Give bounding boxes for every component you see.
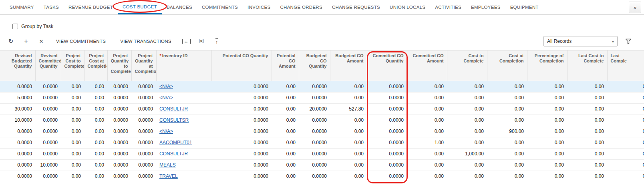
grid-header-budgeted-co-quantity[interactable]: Budgeted CO Quantity [299, 50, 330, 81]
grid-cell[interactable]: 0.00 [527, 159, 567, 171]
grid-cell[interactable]: 0.0000 [211, 126, 272, 137]
grid-cell[interactable]: 0.00 [84, 171, 107, 182]
grid-cell[interactable]: 0.0000 [107, 81, 131, 92]
grid-cell[interactable]: 0.00 [84, 148, 107, 159]
grid-cell[interactable]: 0.0000 [35, 137, 61, 148]
grid-cell[interactable]: 0.0000 [367, 103, 407, 115]
grid-cell[interactable]: 0.00 [447, 103, 487, 115]
grid-cell[interactable]: 10.0000 [0, 115, 35, 126]
grid-cell[interactable]: 0.00 [567, 126, 607, 137]
grid-header-inventory-id[interactable]: *Inventory ID [156, 50, 211, 81]
grid-cell[interactable]: 0.00 [407, 126, 447, 137]
grid-cell[interactable]: 0.0000 [35, 126, 61, 137]
grid-cell[interactable]: 0.00 [447, 126, 487, 137]
grid-cell[interactable]: 0.00 [330, 92, 367, 103]
tab-activities[interactable]: ACTIVITIES [430, 0, 466, 14]
grid-cell[interactable]: 0.00 [487, 115, 527, 126]
grid-cell[interactable]: 0.00 [272, 81, 299, 92]
grid-cell[interactable]: 0.00 [607, 92, 644, 103]
tab-overflow-button[interactable]: » [629, 2, 641, 13]
grid-cell[interactable]: 0.00 [272, 126, 299, 137]
tab-tasks[interactable]: TASKS [39, 0, 64, 14]
grid-cell[interactable]: 0.00 [447, 115, 487, 126]
grid-cell[interactable]: 0.00 [527, 126, 567, 137]
grid-header-committed-co-amount[interactable]: Committed CO Amount [407, 50, 447, 81]
records-filter-select[interactable]: All Records ▾ [543, 36, 618, 46]
grid-cell[interactable]: 0.00 [272, 171, 299, 182]
export-excel-button[interactable]: ☒ [195, 36, 207, 47]
inventory-id-link[interactable]: CONSULTSR [159, 117, 189, 123]
grid-cell[interactable]: 0.00 [607, 137, 644, 148]
grid-cell[interactable]: 0.00 [567, 137, 607, 148]
grid-cell[interactable]: 0.00 [407, 159, 447, 171]
grid-cell[interactable]: 0.0000 [299, 126, 330, 137]
grid-cell[interactable]: 0.00 [607, 115, 644, 126]
grid-cell[interactable]: 0.0000 [0, 81, 35, 92]
grid-cell[interactable]: 0.00 [487, 159, 527, 171]
grid-cell[interactable]: 0.0000 [35, 148, 61, 159]
grid-cell[interactable]: 0.0000 [35, 103, 61, 115]
grid-cell[interactable]: 0.00 [567, 103, 607, 115]
grid-header-cost-at-completion[interactable]: Cost at Completion [487, 50, 527, 81]
grid-cell[interactable]: 0.00 [61, 171, 84, 182]
grid-cell[interactable]: 0.0000 [131, 137, 156, 148]
grid-header-cost-to-complete[interactable]: Cost to Complete [447, 50, 487, 81]
grid-cell[interactable]: 0.00 [487, 92, 527, 103]
grid-cell[interactable]: 0.00 [487, 171, 527, 182]
inventory-id-link[interactable]: <N/A> [159, 84, 173, 89]
grid-cell[interactable]: 0.0000 [211, 115, 272, 126]
grid-cell[interactable]: 0.00 [272, 148, 299, 159]
grid-cell[interactable]: 0.0000 [107, 148, 131, 159]
grid-cell[interactable]: <N/A> [156, 81, 211, 92]
grid-header-potential-co-amount[interactable]: Potential CO Amount [272, 50, 299, 81]
grid-cell[interactable]: 30.0000 [0, 103, 35, 115]
grid-cell[interactable]: 1.00 [407, 137, 447, 148]
grid-cell[interactable]: 0.00 [407, 103, 447, 115]
grid-cell[interactable]: 0.00 [567, 148, 607, 159]
tab-revenue-budget[interactable]: REVENUE BUDGET [64, 0, 118, 14]
grid-cell[interactable]: 0.0000 [131, 126, 156, 137]
grid-cell[interactable]: 0.00 [407, 81, 447, 92]
tab-invoices[interactable]: INVOICES [243, 0, 275, 14]
grid-cell[interactable]: 0.0000 [367, 92, 407, 103]
grid-cell[interactable]: 0.00 [407, 92, 447, 103]
tab-union-locals[interactable]: UNION LOCALS [385, 0, 430, 14]
grid-cell[interactable]: 0.0000 [367, 171, 407, 182]
grid-header-revised-budgeted-quantity[interactable]: Revised Budgeted Quantity [0, 50, 35, 81]
delete-row-button[interactable]: ✕ [35, 36, 47, 47]
grid-cell[interactable]: 5.0000 [0, 92, 35, 103]
grid-header-committed-co-quantity[interactable]: Committed CO Quantity [367, 50, 407, 81]
grid-cell[interactable]: 0.0000 [107, 115, 131, 126]
grid-cell[interactable]: 0.0000 [0, 171, 35, 182]
grid-cell[interactable]: 0.00 [567, 81, 607, 92]
grid-cell[interactable]: 0.00 [487, 81, 527, 92]
grid-header-project-quantity-at-completion[interactable]: Project Quantity at Completion [131, 50, 156, 81]
grid-cell[interactable]: 0.00 [567, 115, 607, 126]
grid-cell[interactable]: 0.0000 [211, 137, 272, 148]
grid-cell[interactable]: 0.00 [61, 137, 84, 148]
grid-cell[interactable]: 900.00 [487, 126, 527, 137]
grid-cell[interactable]: 0.0000 [107, 126, 131, 137]
grid-cell[interactable]: 0.00 [447, 159, 487, 171]
grid-cell[interactable]: 0.00 [407, 148, 447, 159]
grid-cell[interactable]: 0.00 [61, 126, 84, 137]
grid-cell[interactable]: 0.00 [447, 81, 487, 92]
tab-employees[interactable]: EMPLOYEES [466, 0, 505, 14]
grid-cell[interactable]: 0.0000 [131, 81, 156, 92]
inventory-id-link[interactable]: CONSULTJR [159, 106, 188, 112]
tab-change-orders[interactable]: CHANGE ORDERS [275, 0, 327, 14]
grid-cell[interactable]: 0.0000 [367, 126, 407, 137]
inventory-id-link[interactable]: <N/A> [159, 129, 173, 134]
grid-cell[interactable]: 0.00 [84, 159, 107, 171]
grid-cell[interactable]: 0.00 [330, 115, 367, 126]
grid-cell[interactable]: 0.00 [567, 92, 607, 103]
grid-cell[interactable]: 0.0000 [107, 137, 131, 148]
grid-cell[interactable]: 0.0000 [35, 81, 61, 92]
grid-cell[interactable]: 10.0000 [35, 159, 61, 171]
view-commitments-button[interactable]: VIEW COMMITMENTS [50, 36, 111, 47]
grid-cell[interactable]: <N/A> [156, 92, 211, 103]
grid-cell[interactable]: 0.00 [272, 159, 299, 171]
grid-cell[interactable]: 0.0000 [0, 159, 35, 171]
grid-cell[interactable]: 0.0000 [299, 92, 330, 103]
grid-cell[interactable]: 0.00 [61, 92, 84, 103]
